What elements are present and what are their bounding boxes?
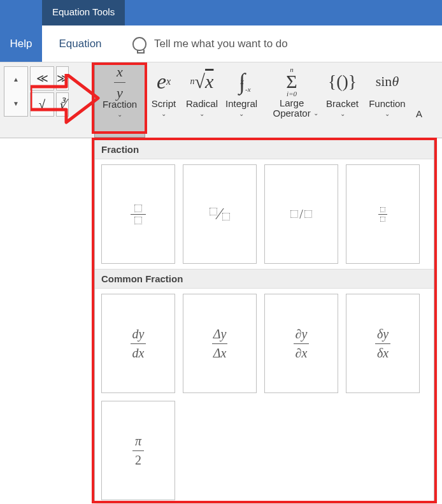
symbol-gallery: ≪ ≫ ▲▼ √ ∛ bbox=[0, 62, 76, 138]
radical-icon: n√x bbox=[190, 68, 214, 96]
accent-button-partial[interactable]: A bbox=[412, 62, 422, 138]
sigma-icon: n Σ i=0 bbox=[286, 68, 297, 96]
tell-me-placeholder: Tell me what you want to do bbox=[154, 38, 288, 50]
symbol-sqrt[interactable]: √ bbox=[30, 92, 54, 117]
script-button[interactable]: ex Script ⌄ bbox=[145, 62, 182, 138]
chevron-down-icon: ⌄ bbox=[340, 110, 345, 117]
fraction-button[interactable]: x y Fraction ⌄ bbox=[94, 62, 145, 138]
large-operator-button[interactable]: n Σ i=0 LargeOperator ⌄ bbox=[261, 62, 322, 138]
fraction-gallery: Fraction ⁄ / Common Fraction dydx ΔyΔx ∂… bbox=[94, 139, 434, 502]
ribbon-content: ≪ ≫ ▲▼ √ ∛ x y Fraction ⌄ ex Script ⌄ n√… bbox=[0, 62, 442, 138]
fraction-small[interactable] bbox=[346, 164, 420, 264]
fraction-stacked[interactable] bbox=[101, 164, 175, 264]
fraction-skewed[interactable]: ⁄ bbox=[183, 164, 257, 264]
symbol-gallery-expand[interactable]: ▲▼ bbox=[4, 66, 28, 117]
chevron-down-icon: ⌄ bbox=[199, 110, 204, 117]
gallery-header-fraction: Fraction bbox=[95, 140, 434, 159]
integral-button[interactable]: ∫-xx Integral ⌄ bbox=[222, 62, 261, 138]
context-tab-equation-tools: Equation Tools bbox=[42, 0, 125, 25]
chevron-down-icon: ⌄ bbox=[239, 110, 244, 117]
tell-me-search-real[interactable]: Tell me what you want to do bbox=[118, 37, 288, 51]
symbol-much-less[interactable]: ≪ bbox=[30, 66, 54, 90]
tab-help-overlay[interactable]: Help bbox=[0, 25, 42, 62]
chevron-down-icon: ⌄ bbox=[161, 110, 166, 117]
bracket-icon: {()} bbox=[328, 68, 357, 96]
function-icon: sin θ bbox=[376, 68, 399, 96]
fraction-Delta-y-x[interactable]: ΔyΔx bbox=[183, 294, 257, 393]
fraction-delta-y-x[interactable]: δyδx bbox=[346, 294, 420, 393]
chevron-down-icon: ⌄ bbox=[117, 111, 122, 118]
fraction-pi-2[interactable]: π2 bbox=[101, 401, 175, 500]
title-bar: Equation Tools bbox=[0, 0, 442, 25]
chevron-down-icon: ⌄ bbox=[385, 110, 390, 117]
fraction-label: Fraction bbox=[103, 99, 137, 110]
fraction-partial-y-x[interactable]: ∂y∂x bbox=[264, 294, 338, 393]
gallery-header-common: Common Fraction bbox=[95, 269, 434, 289]
fraction-dy-dx[interactable]: dydx bbox=[101, 294, 175, 393]
chevron-down-icon: ⌄ bbox=[313, 110, 318, 117]
fraction-icon: x y bbox=[114, 68, 125, 96]
symbol-much-greater[interactable]: ≫ bbox=[56, 66, 69, 90]
symbol-cuberoot[interactable]: ∛ bbox=[56, 92, 69, 117]
integral-icon: ∫-xx bbox=[239, 68, 244, 96]
tab-equation-overlay[interactable]: Equation bbox=[42, 25, 118, 62]
lightbulb-icon bbox=[132, 37, 146, 51]
bracket-button[interactable]: {()} Bracket ⌄ bbox=[322, 62, 362, 138]
script-icon: ex bbox=[157, 68, 171, 96]
fraction-linear[interactable]: / bbox=[264, 164, 338, 264]
radical-button[interactable]: n√x Radical ⌄ bbox=[182, 62, 222, 138]
function-button[interactable]: sin θ Function ⌄ bbox=[362, 62, 412, 138]
